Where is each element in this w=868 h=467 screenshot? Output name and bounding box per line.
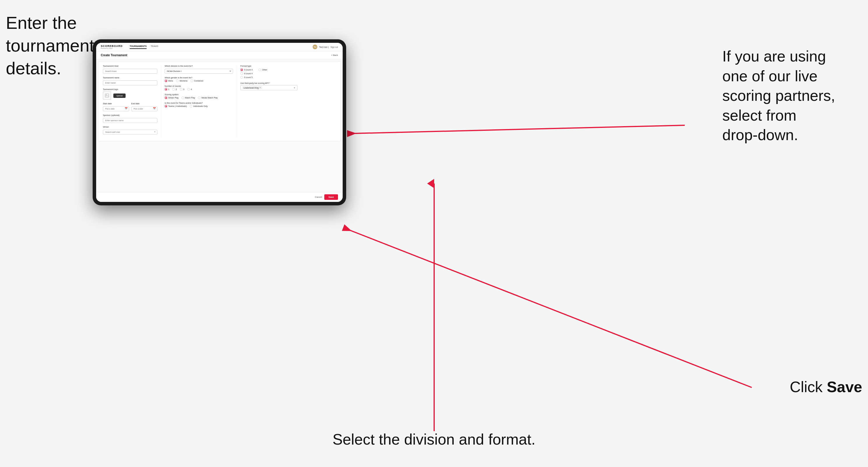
nav-link-tournaments[interactable]: TOURNAMENTS xyxy=(130,45,147,49)
end-date-wrap: 📅 xyxy=(131,105,158,111)
format-6count5-radio[interactable] xyxy=(240,76,243,79)
name-input[interactable] xyxy=(103,81,157,85)
live-scoring-tag-close[interactable]: ✕ xyxy=(259,87,261,89)
start-date-group: Start date 📅 xyxy=(103,102,129,111)
live-scoring-tag: Leaderboard King ✕ xyxy=(242,86,262,89)
nav-right: TU Test User | Sign out xyxy=(313,44,338,49)
live-scoring-dropdown-icon[interactable]: ▼ xyxy=(293,87,296,89)
svg-point-5 xyxy=(106,94,106,95)
scoring-stroke-radio[interactable] xyxy=(165,96,167,99)
teams-label: Is this event for Teams and/or Individua… xyxy=(165,102,233,104)
host-input[interactable] xyxy=(103,69,157,74)
cancel-button[interactable]: Cancel xyxy=(315,196,322,198)
live-scoring-label: Use third-party live scoring API? xyxy=(240,82,298,84)
form-footer: Cancel Save xyxy=(96,192,343,202)
logo-label: Tournament logo xyxy=(103,88,157,90)
form-content: Tournament Host Tournament name Tourname… xyxy=(96,59,343,192)
nav-link-teams[interactable]: TEAMS xyxy=(151,45,158,49)
venue-input[interactable] xyxy=(103,130,157,134)
teams-ind-only-radio[interactable] xyxy=(190,105,192,107)
teams-plus-ind-radio[interactable] xyxy=(165,105,167,107)
nav-logo-sub: Powered by clippit xyxy=(101,48,123,49)
start-date-wrap: 📅 xyxy=(103,105,129,111)
nav-logo-title: SCOREBOARD xyxy=(101,44,123,48)
teams-ind-only[interactable]: Individuals Only xyxy=(190,105,208,107)
format-other-radio[interactable] xyxy=(258,68,261,71)
gender-mens[interactable]: Mens xyxy=(165,80,173,82)
rounds-1[interactable]: 1 xyxy=(165,88,169,91)
logo-placeholder xyxy=(103,91,111,100)
gender-womens-radio[interactable] xyxy=(176,80,179,82)
rounds-1-radio[interactable] xyxy=(165,88,167,91)
gender-combined-radio[interactable] xyxy=(191,80,193,82)
scoring-radio-group: Stroke Play Match Play Medal Match Play xyxy=(165,96,233,99)
division-field-group: Which division is the event for? NCAA Di… xyxy=(165,65,233,74)
annotation-bottomright: Click Save xyxy=(789,377,862,397)
gender-womens[interactable]: Womens xyxy=(176,80,188,82)
scoring-medal-radio[interactable] xyxy=(198,96,200,99)
host-label: Tournament Host xyxy=(103,65,157,67)
svg-rect-4 xyxy=(105,94,109,97)
end-date-group: End date 📅 xyxy=(131,102,158,111)
sponsor-field-group: Sponsor (optional) xyxy=(103,114,157,123)
logo-upload-area: Upload xyxy=(103,91,157,100)
tablet-device: SCOREBOARD Powered by clippit TOURNAMENT… xyxy=(93,39,346,206)
teams-plus-ind[interactable]: Teams (+Individuals) xyxy=(165,105,187,107)
venue-field-group: Venue ▼ xyxy=(103,126,157,134)
scoring-medal[interactable]: Medal Match Play xyxy=(198,96,218,99)
format-other[interactable]: Other xyxy=(258,68,268,71)
annotation-topleft: Enter the tournament details. xyxy=(6,12,94,80)
sponsor-input[interactable] xyxy=(103,118,157,123)
image-icon xyxy=(105,94,109,98)
form-col-3: Format type 5 count 4 6 count 4 xyxy=(237,65,301,137)
save-button[interactable]: Save xyxy=(324,194,338,200)
gender-mens-radio[interactable] xyxy=(165,80,167,82)
scoring-field-group: Scoring system Stroke Play Match Play xyxy=(165,94,233,99)
rounds-3-radio[interactable] xyxy=(180,88,182,91)
live-scoring-tag-input[interactable]: Leaderboard King ✕ ▼ xyxy=(240,85,298,90)
format-field-group: Format type 5 count 4 6 count 4 xyxy=(240,65,298,79)
division-select[interactable]: NCAA Division I xyxy=(165,69,233,74)
form-layout: Tournament Host Tournament name Tourname… xyxy=(98,61,341,141)
scoring-stroke[interactable]: Stroke Play xyxy=(165,96,179,99)
nav-signout-link[interactable]: Sign out xyxy=(331,46,338,48)
venue-dropdown-icon: ▼ xyxy=(154,131,156,133)
form-col-1: Tournament Host Tournament name Tourname… xyxy=(103,65,161,137)
rounds-2[interactable]: 2 xyxy=(172,88,177,91)
rounds-radio-group: 1 2 3 4 xyxy=(165,88,233,91)
calendar-icon-end: 📅 xyxy=(153,107,156,110)
annotation-bottom: Select the division and format. xyxy=(333,430,535,449)
rounds-label: Number of rounds xyxy=(165,85,233,87)
start-date-label: Start date xyxy=(103,102,129,104)
form-col-2: Which division is the event for? NCAA Di… xyxy=(161,65,237,137)
upload-button[interactable]: Upload xyxy=(113,94,126,98)
date-row: Start date 📅 End date 📅 xyxy=(103,102,157,111)
page-header: Create Tournament Back xyxy=(96,51,343,59)
page-title: Create Tournament xyxy=(101,54,127,57)
nav-user-label: Test User | xyxy=(319,46,329,48)
live-scoring-field-group: Use third-party live scoring API? Leader… xyxy=(240,82,298,90)
division-label: Which division is the event for? xyxy=(165,65,233,67)
gender-combined[interactable]: Combined xyxy=(191,80,204,82)
rounds-2-radio[interactable] xyxy=(172,88,175,91)
sponsor-label: Sponsor (optional) xyxy=(103,114,157,116)
rounds-4[interactable]: 4 xyxy=(187,88,192,91)
dates-field-group: Start date 📅 End date 📅 xyxy=(103,102,157,111)
rounds-3[interactable]: 3 xyxy=(180,88,184,91)
format-5count4-radio[interactable] xyxy=(240,68,243,71)
scoring-match-radio[interactable] xyxy=(182,96,184,99)
format-type-list: 5 count 4 6 count 4 6 count 5 xyxy=(240,68,253,79)
rounds-4-radio[interactable] xyxy=(187,88,190,91)
format-6count4[interactable]: 6 count 4 xyxy=(240,72,253,75)
format-5count4[interactable]: 5 count 4 xyxy=(240,68,253,71)
format-6count4-radio[interactable] xyxy=(240,72,243,75)
scoring-label: Scoring system xyxy=(165,94,233,96)
format-6count5[interactable]: 6 count 5 xyxy=(240,76,253,79)
scoring-match[interactable]: Match Play xyxy=(182,96,195,99)
tablet-screen: SCOREBOARD Powered by clippit TOURNAMENT… xyxy=(96,43,343,202)
teams-field-group: Is this event for Teams and/or Individua… xyxy=(165,102,233,107)
back-link[interactable]: Back xyxy=(331,54,338,57)
svg-line-1 xyxy=(354,125,685,133)
host-field-group: Tournament Host xyxy=(103,65,157,74)
name-field-group: Tournament name xyxy=(103,76,157,85)
